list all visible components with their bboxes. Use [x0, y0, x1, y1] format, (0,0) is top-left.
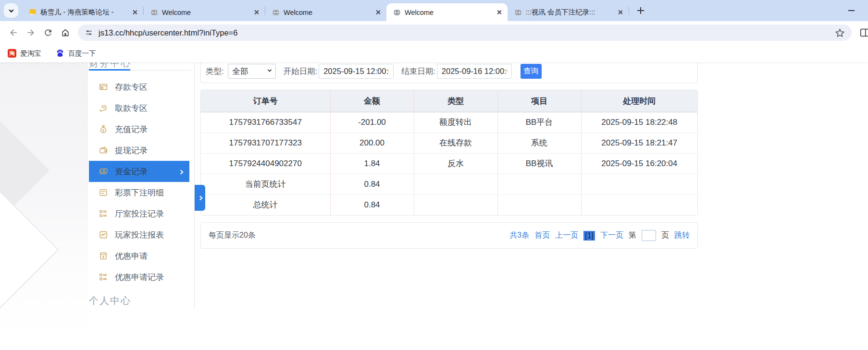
sidebar-item-withdraw-zone[interactable]: 取款专区 [89, 97, 189, 119]
hand-money-icon [99, 103, 109, 113]
plus-icon [637, 7, 644, 14]
sidebar-item-label: 资金记录 [115, 166, 148, 177]
yellow-page-icon [29, 9, 37, 16]
type-select[interactable]: 全部 [228, 64, 276, 79]
home-button[interactable] [57, 24, 74, 41]
cell-type: 反水 [414, 153, 497, 174]
sidebar-section-finance: 财务中心 [89, 62, 194, 68]
forward-arrow-icon [26, 28, 36, 37]
records-table-card: 订单号 金额 类型 项目 处理时间 1757931766733547 -201.… [200, 90, 698, 216]
globe-icon [272, 9, 280, 16]
main-content: 类型: 全部 开始日期: 结束日期: 查询 [200, 62, 698, 350]
per-page-label: 每页显示20条 [209, 230, 256, 241]
tab-strip: 杨雪儿 - 海燕策略论坛 - Welcome Welcome Welcome :… [0, 0, 868, 21]
list-boxes-icon [99, 272, 109, 282]
globe-icon [393, 9, 401, 16]
sidebar-item-hall-bet-records[interactable]: 厅室投注记录 [89, 203, 189, 224]
tab-close-icon[interactable] [616, 8, 625, 17]
bookmark-label: 百度一下 [68, 49, 96, 58]
site-info-tune-icon [85, 28, 93, 37]
cell-order-id: 1757931707177323 [201, 133, 330, 153]
sidebar-item-promo-apply[interactable]: 优惠申请 [89, 245, 189, 266]
tab-close-icon[interactable] [252, 8, 261, 17]
table-row: 1757924404902270 1.84 反水 BB视讯 2025-09-15… [201, 153, 697, 174]
tab-close-icon[interactable] [130, 8, 139, 17]
table-row: 1757931707177323 200.00 在线存款 系统 2025-09-… [201, 133, 697, 153]
jump-button[interactable]: 跳转 [674, 230, 690, 241]
cell-amount: 0.84 [330, 174, 414, 194]
prev-page-link[interactable]: 上一页 [555, 230, 578, 241]
bookmark-aitaobao[interactable]: 淘 爱淘宝 [8, 49, 41, 58]
first-page-link[interactable]: 首页 [534, 230, 550, 241]
start-date-input[interactable] [319, 64, 394, 79]
tab-welcome-active[interactable]: Welcome [386, 3, 508, 21]
sidebar-item-label: 充值记录 [115, 124, 148, 135]
records-table: 订单号 金额 类型 项目 处理时间 1757931766733547 -201.… [201, 90, 697, 215]
next-page-link[interactable]: 下一页 [600, 230, 623, 241]
type-label: 类型: [206, 66, 224, 77]
window-minimize-button[interactable] [845, 4, 857, 17]
tab-title: Welcome [405, 9, 491, 16]
taobao-icon: 淘 [8, 49, 16, 58]
cell-label: 总统计 [201, 194, 330, 215]
chevron-right-icon [179, 167, 183, 176]
back-button[interactable] [5, 24, 22, 41]
col-order-id: 订单号 [201, 90, 330, 112]
tab-close-icon[interactable] [495, 8, 504, 17]
address-bar[interactable]: js13.cc/hhcp/usercenter.html?iniType=6 [78, 24, 852, 41]
banknotes-icon [99, 167, 109, 176]
jump-label-pre: 第 [629, 230, 636, 241]
url-text[interactable]: js13.cc/hhcp/usercenter.html?iniType=6 [99, 28, 835, 37]
minimize-icon [848, 10, 855, 11]
page-jump-input[interactable] [642, 230, 656, 241]
decor-triangle [0, 189, 59, 311]
tab-title: Welcome [162, 9, 248, 16]
list-boxes-icon [99, 209, 109, 218]
tab-welcome-1[interactable]: Welcome [144, 3, 265, 21]
bookmark-star-icon[interactable] [835, 28, 845, 38]
bookmark-baidu[interactable]: 百度一下 [56, 49, 96, 58]
query-button[interactable]: 查询 [521, 64, 542, 79]
cell-type: 额度转出 [414, 112, 497, 133]
sidebar-item-funds-records[interactable]: 资金记录 [89, 161, 189, 182]
globe-icon [150, 9, 158, 16]
cell-project: BB平台 [497, 112, 581, 133]
tab-separator [629, 7, 629, 15]
end-date-input[interactable] [437, 64, 512, 79]
reload-button[interactable] [39, 24, 57, 41]
sidebar-item-deposit-zone[interactable]: 存款专区 [89, 76, 189, 97]
jump-label-post: 页 [661, 230, 669, 241]
browser-window: 杨雪儿 - 海燕策略论坛 - Welcome Welcome Welcome :… [0, 0, 868, 350]
filter-row: 类型: 全部 开始日期: 结束日期: 查询 [201, 64, 697, 79]
list-icon [99, 188, 109, 197]
new-tab-button[interactable] [634, 4, 647, 17]
cell-order-id: 1757924404902270 [201, 153, 330, 174]
cell-project: BB视讯 [497, 153, 581, 174]
pager-controls: 共3条 首页 上一页 [1] 下一页 第 页 跳转 [509, 230, 690, 241]
cell-time: 2025-09-15 18:22:48 [581, 112, 697, 133]
tab-welcome-2[interactable]: Welcome [265, 3, 386, 21]
cell-type: 在线存款 [414, 133, 497, 153]
side-panel-icon[interactable] [857, 25, 868, 40]
chevron-down-icon [267, 68, 271, 72]
cell-amount: 1.84 [330, 153, 414, 174]
sidebar-item-label: 优惠申请 [115, 251, 148, 262]
tab-forum[interactable]: 杨雪儿 - 海燕策略论坛 - [22, 3, 143, 21]
tab-video-bet-records[interactable]: :::视讯 会员下注纪录::: [508, 3, 629, 21]
tab-search-button[interactable] [4, 3, 18, 18]
sidebar-item-player-bet-report[interactable]: 玩家投注报表 [89, 224, 189, 245]
sidebar-item-promo-apply-records[interactable]: 优惠申请记录 [89, 266, 189, 288]
tab-close-icon[interactable] [373, 8, 383, 17]
wallet-icon [99, 145, 109, 155]
filter-card: 类型: 全部 开始日期: 结束日期: 查询 [200, 62, 698, 83]
sidebar-item-label: 厅室投注记录 [115, 208, 164, 219]
sidebar-item-recharge-records[interactable]: 充值记录 [89, 119, 189, 140]
sidebar-item-lottery-bet-details[interactable]: 彩票下注明细 [89, 182, 189, 203]
sidebar-item-withdrawal-records[interactable]: 提现记录 [89, 140, 189, 161]
sidebar-expand-handle[interactable] [195, 185, 205, 211]
col-time: 处理时间 [581, 90, 697, 112]
back-arrow-icon [9, 28, 18, 37]
forward-button[interactable] [22, 24, 39, 41]
money-bag-icon [99, 124, 109, 134]
table-row-grand-total: 总统计 0.84 [201, 194, 697, 215]
